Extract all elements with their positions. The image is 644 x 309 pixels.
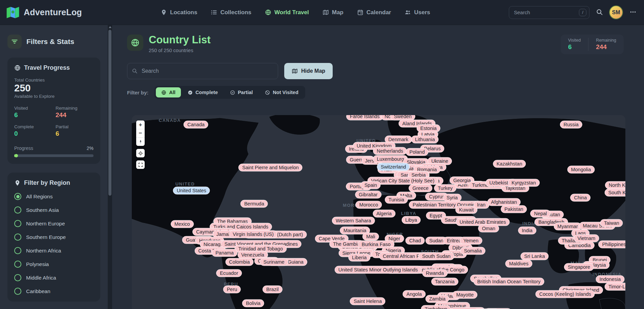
country-pill[interactable]: Saint Helena bbox=[350, 297, 386, 305]
country-pill[interactable]: Bolivia bbox=[242, 299, 264, 307]
country-pill[interactable]: Timor-Leste bbox=[605, 283, 625, 291]
country-pill[interactable]: Luxembourg bbox=[373, 155, 408, 163]
country-pill[interactable]: Zambia bbox=[425, 295, 449, 303]
fullscreen-button[interactable] bbox=[136, 160, 145, 169]
region-option-northern-africa[interactable]: Northern Africa bbox=[14, 247, 94, 254]
country-pill[interactable]: Iran bbox=[473, 201, 489, 208]
country-pill[interactable]: Kazakhstan bbox=[493, 160, 526, 168]
country-pill[interactable]: Mongolia bbox=[567, 166, 595, 174]
country-pill[interactable]: Myanmar bbox=[554, 222, 581, 230]
radio-button[interactable] bbox=[14, 220, 21, 227]
country-pill[interactable]: Maldives bbox=[505, 260, 532, 268]
country-pill[interactable]: Estonia bbox=[416, 125, 440, 132]
country-pill[interactable]: South Sudan bbox=[418, 252, 454, 260]
country-pill[interactable]: Mexico bbox=[171, 220, 194, 228]
country-pill[interactable]: Pakistan bbox=[501, 205, 527, 213]
country-pill[interactable]: Liberia bbox=[348, 254, 371, 262]
radio-button[interactable] bbox=[14, 234, 21, 241]
nav-item-locations[interactable]: Locations bbox=[161, 9, 197, 16]
country-pill[interactable]: Lithuania bbox=[411, 135, 439, 143]
country-pill[interactable]: Ecuador bbox=[216, 269, 242, 277]
country-pill[interactable]: Spain bbox=[361, 181, 381, 189]
country-pill[interactable]: Poland bbox=[406, 148, 429, 156]
country-pill[interactable]: Syria bbox=[443, 194, 461, 202]
country-pill[interactable]: Sri Lanka bbox=[520, 252, 548, 260]
country-pill[interactable]: Afghanistan bbox=[487, 198, 521, 206]
country-pill[interactable]: Yemen bbox=[460, 237, 482, 245]
country-pill[interactable]: Bermuda bbox=[241, 200, 268, 208]
country-pill[interactable]: Saint Pierre and Miquelon bbox=[238, 164, 303, 172]
nav-item-calendar[interactable]: Calendar bbox=[357, 9, 391, 16]
country-pill[interactable]: Faroe Islands bbox=[346, 115, 383, 120]
app-logo[interactable]: AdventureLog bbox=[6, 6, 82, 19]
country-pill[interactable]: Peru bbox=[223, 285, 241, 293]
country-pill[interactable]: Nepal bbox=[530, 210, 550, 218]
hide-map-button[interactable]: Hide Map bbox=[284, 63, 333, 79]
country-pill[interactable]: Virgin Islands (US) bbox=[229, 230, 277, 238]
country-pill[interactable]: Rwanda bbox=[422, 269, 448, 277]
country-pill[interactable]: Morocco bbox=[356, 201, 382, 208]
country-pill[interactable]: China bbox=[570, 194, 590, 202]
zoom-out-button[interactable]: − bbox=[136, 129, 145, 137]
country-pill[interactable]: Chad bbox=[406, 237, 425, 245]
country-pill[interactable]: Cocos (Keeling) Islands bbox=[536, 290, 595, 298]
country-pill[interactable]: Mali bbox=[362, 233, 379, 241]
country-pill[interactable]: Oman bbox=[478, 225, 499, 233]
country-pill[interactable]: Libya bbox=[401, 216, 421, 224]
country-pill[interactable]: Greece bbox=[409, 184, 433, 192]
country-pill[interactable]: Russia bbox=[560, 120, 582, 128]
radio-button[interactable] bbox=[14, 193, 21, 200]
avatar[interactable]: SM bbox=[609, 5, 623, 19]
country-pill[interactable]: South Korea bbox=[604, 189, 625, 197]
country-pill[interactable]: Panama bbox=[212, 249, 237, 257]
country-pill[interactable]: Singapore bbox=[564, 263, 594, 271]
country-pill[interactable]: Vietnam bbox=[574, 235, 599, 242]
navbar-search-input[interactable] bbox=[509, 6, 589, 19]
country-pill[interactable]: Brazil bbox=[263, 285, 282, 293]
nav-item-users[interactable]: Users bbox=[404, 9, 430, 16]
country-pill[interactable]: Colombia bbox=[225, 258, 253, 266]
country-pill[interactable]: Indonesia bbox=[596, 275, 624, 283]
country-pill[interactable]: Algeria bbox=[373, 210, 395, 218]
nav-item-collections[interactable]: Collections bbox=[211, 9, 251, 16]
overflow-menu-button[interactable] bbox=[628, 7, 638, 18]
nav-item-world-travel[interactable]: World Travel bbox=[265, 9, 309, 16]
region-option-caribbean[interactable]: Caribbean bbox=[14, 288, 94, 295]
country-pill[interactable]: Gibraltar bbox=[355, 191, 381, 199]
zoom-in-button[interactable]: + bbox=[136, 120, 145, 129]
scrollbar-thumb[interactable] bbox=[108, 30, 111, 196]
country-pill[interactable]: Netherlands bbox=[373, 147, 407, 155]
region-option-southern-europe[interactable]: Southern Europe bbox=[14, 234, 94, 241]
radio-button[interactable] bbox=[14, 274, 21, 281]
compass-button[interactable] bbox=[136, 137, 145, 146]
radio-button[interactable] bbox=[14, 247, 21, 254]
country-pill[interactable]: India bbox=[518, 227, 536, 235]
country-pill[interactable]: Turkey bbox=[434, 184, 456, 192]
radio-button[interactable] bbox=[14, 288, 21, 295]
country-pill[interactable]: Tunisia bbox=[385, 196, 408, 203]
nav-item-map[interactable]: Map bbox=[323, 9, 344, 16]
country-pill[interactable]: Western Sahara bbox=[332, 217, 375, 225]
country-pill[interactable]: Kyrgyzstan bbox=[508, 179, 540, 187]
sidebar-scrollbar[interactable] bbox=[108, 25, 112, 309]
world-map[interactable]: CANADAUNITEDUNITEDMOROCCOLIBYANIGERSOUTH… bbox=[132, 115, 625, 309]
country-pill[interactable]: Tanzania bbox=[431, 278, 458, 285]
scrollbar-up-arrow[interactable] bbox=[109, 26, 111, 28]
country-search-input[interactable] bbox=[127, 63, 278, 79]
country-pill[interactable]: British Indian Ocean Territory bbox=[474, 278, 544, 285]
country-pill[interactable]: Somalia bbox=[460, 247, 485, 255]
geolocate-button[interactable] bbox=[136, 149, 145, 157]
filter-button-complete[interactable]: Complete bbox=[182, 87, 223, 97]
country-pill[interactable]: Switzerland bbox=[377, 163, 410, 171]
country-pill[interactable]: United States Minor Outlying Islands bbox=[335, 266, 422, 274]
region-option-all-regions[interactable]: All Regions bbox=[14, 193, 94, 200]
country-pill[interactable]: Mayotte bbox=[453, 291, 478, 299]
country-pill[interactable]: United States bbox=[173, 187, 210, 195]
country-pill[interactable]: Philippines bbox=[598, 241, 625, 248]
country-pill[interactable]: Suriname bbox=[260, 258, 288, 266]
country-pill[interactable]: Zimbabwe bbox=[421, 305, 451, 309]
country-pill[interactable]: Taiwan bbox=[600, 219, 623, 227]
country-pill[interactable]: North Korea bbox=[605, 181, 625, 189]
radio-button[interactable] bbox=[14, 206, 21, 214]
filter-button-all[interactable]: All bbox=[156, 87, 181, 97]
